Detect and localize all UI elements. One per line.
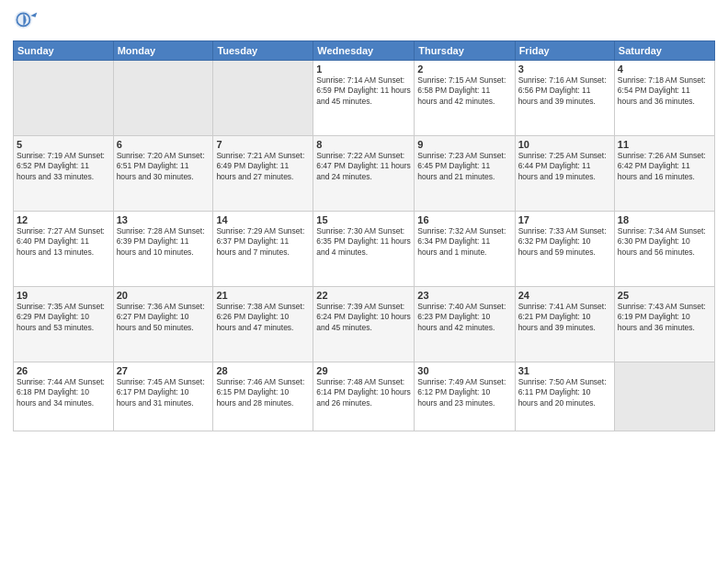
- calendar-cell: 11Sunrise: 7:26 AM Sunset: 6:42 PM Dayli…: [614, 136, 714, 212]
- day-number: 29: [316, 365, 411, 376]
- day-number: 18: [618, 214, 711, 225]
- day-number: 8: [316, 139, 411, 150]
- day-number: 15: [316, 214, 411, 225]
- calendar-container: SundayMondayTuesdayWednesdayThursdayFrid…: [0, 0, 728, 563]
- calendar-cell: 28Sunrise: 7:46 AM Sunset: 6:15 PM Dayli…: [213, 362, 313, 431]
- day-info: Sunrise: 7:32 AM Sunset: 6:34 PM Dayligh…: [417, 226, 511, 258]
- day-number: 5: [17, 139, 110, 150]
- day-info: Sunrise: 7:18 AM Sunset: 6:54 PM Dayligh…: [618, 75, 711, 107]
- col-header-friday: Friday: [515, 41, 614, 61]
- calendar-cell: 26Sunrise: 7:44 AM Sunset: 6:18 PM Dayli…: [14, 362, 114, 431]
- day-info: Sunrise: 7:34 AM Sunset: 6:30 PM Dayligh…: [618, 226, 711, 258]
- day-info: Sunrise: 7:39 AM Sunset: 6:24 PM Dayligh…: [316, 302, 411, 333]
- col-header-saturday: Saturday: [614, 41, 714, 61]
- day-info: Sunrise: 7:48 AM Sunset: 6:14 PM Dayligh…: [316, 377, 411, 408]
- calendar-cell: [14, 61, 114, 136]
- day-info: Sunrise: 7:25 AM Sunset: 6:44 PM Dayligh…: [518, 151, 611, 182]
- calendar-table: SundayMondayTuesdayWednesdayThursdayFrid…: [13, 40, 715, 431]
- calendar-cell: 22Sunrise: 7:39 AM Sunset: 6:24 PM Dayli…: [313, 287, 415, 362]
- calendar-cell: 10Sunrise: 7:25 AM Sunset: 6:44 PM Dayli…: [515, 136, 614, 212]
- calendar-cell: 23Sunrise: 7:40 AM Sunset: 6:23 PM Dayli…: [415, 287, 515, 362]
- day-info: Sunrise: 7:27 AM Sunset: 6:40 PM Dayligh…: [17, 226, 110, 258]
- calendar-cell: 20Sunrise: 7:36 AM Sunset: 6:27 PM Dayli…: [113, 287, 213, 362]
- day-info: Sunrise: 7:49 AM Sunset: 6:12 PM Dayligh…: [417, 377, 511, 408]
- calendar-cell: 13Sunrise: 7:28 AM Sunset: 6:39 PM Dayli…: [113, 212, 213, 287]
- day-number: 6: [117, 139, 210, 150]
- day-number: 14: [216, 214, 310, 225]
- day-number: 10: [518, 139, 611, 150]
- calendar-cell: 12Sunrise: 7:27 AM Sunset: 6:40 PM Dayli…: [14, 212, 114, 287]
- day-number: 4: [618, 63, 711, 75]
- day-number: 19: [17, 290, 110, 301]
- day-number: 30: [417, 365, 511, 376]
- day-number: 1: [316, 63, 411, 75]
- day-info: Sunrise: 7:33 AM Sunset: 6:32 PM Dayligh…: [518, 226, 611, 258]
- calendar-cell: 17Sunrise: 7:33 AM Sunset: 6:32 PM Dayli…: [515, 212, 614, 287]
- calendar-cell: 27Sunrise: 7:45 AM Sunset: 6:17 PM Dayli…: [113, 362, 213, 431]
- day-number: 11: [618, 139, 711, 150]
- day-number: 9: [417, 139, 511, 150]
- day-number: 21: [216, 290, 310, 301]
- day-info: Sunrise: 7:50 AM Sunset: 6:11 PM Dayligh…: [518, 377, 611, 408]
- logo-icon: [13, 9, 39, 35]
- calendar-cell: 14Sunrise: 7:29 AM Sunset: 6:37 PM Dayli…: [213, 212, 313, 287]
- calendar-cell: 1Sunrise: 7:14 AM Sunset: 6:59 PM Daylig…: [313, 61, 415, 136]
- day-info: Sunrise: 7:15 AM Sunset: 6:58 PM Dayligh…: [417, 75, 511, 107]
- day-info: Sunrise: 7:16 AM Sunset: 6:56 PM Dayligh…: [518, 75, 611, 107]
- calendar-cell: [614, 362, 714, 431]
- day-info: Sunrise: 7:38 AM Sunset: 6:26 PM Dayligh…: [216, 302, 310, 333]
- day-number: 28: [216, 365, 310, 376]
- calendar-cell: 7Sunrise: 7:21 AM Sunset: 6:49 PM Daylig…: [213, 136, 313, 212]
- day-number: 20: [117, 290, 210, 301]
- calendar-cell: 30Sunrise: 7:49 AM Sunset: 6:12 PM Dayli…: [415, 362, 515, 431]
- col-header-tuesday: Tuesday: [213, 41, 313, 61]
- calendar-cell: 15Sunrise: 7:30 AM Sunset: 6:35 PM Dayli…: [313, 212, 415, 287]
- day-number: 12: [17, 214, 110, 225]
- day-info: Sunrise: 7:29 AM Sunset: 6:37 PM Dayligh…: [216, 226, 310, 258]
- day-info: Sunrise: 7:28 AM Sunset: 6:39 PM Dayligh…: [117, 226, 210, 258]
- day-number: 13: [117, 214, 210, 225]
- day-number: 24: [518, 290, 611, 301]
- calendar-cell: 16Sunrise: 7:32 AM Sunset: 6:34 PM Dayli…: [415, 212, 515, 287]
- day-info: Sunrise: 7:22 AM Sunset: 6:47 PM Dayligh…: [316, 151, 411, 182]
- calendar-cell: 2Sunrise: 7:15 AM Sunset: 6:58 PM Daylig…: [415, 61, 515, 136]
- day-number: 22: [316, 290, 411, 301]
- day-number: 16: [417, 214, 511, 225]
- calendar-cell: 25Sunrise: 7:43 AM Sunset: 6:19 PM Dayli…: [614, 287, 714, 362]
- col-header-wednesday: Wednesday: [313, 41, 415, 61]
- day-number: 27: [117, 365, 210, 376]
- day-info: Sunrise: 7:46 AM Sunset: 6:15 PM Dayligh…: [216, 377, 310, 408]
- calendar-cell: 6Sunrise: 7:20 AM Sunset: 6:51 PM Daylig…: [113, 136, 213, 212]
- calendar-cell: 19Sunrise: 7:35 AM Sunset: 6:29 PM Dayli…: [14, 287, 114, 362]
- logo: [13, 9, 42, 35]
- calendar-cell: 3Sunrise: 7:16 AM Sunset: 6:56 PM Daylig…: [515, 61, 614, 136]
- day-info: Sunrise: 7:40 AM Sunset: 6:23 PM Dayligh…: [417, 302, 511, 333]
- day-number: 3: [518, 63, 611, 75]
- calendar-cell: 29Sunrise: 7:48 AM Sunset: 6:14 PM Dayli…: [313, 362, 415, 431]
- day-info: Sunrise: 7:26 AM Sunset: 6:42 PM Dayligh…: [618, 151, 711, 182]
- calendar-cell: [213, 61, 313, 136]
- calendar-cell: 8Sunrise: 7:22 AM Sunset: 6:47 PM Daylig…: [313, 136, 415, 212]
- day-number: 26: [17, 365, 110, 376]
- day-info: Sunrise: 7:14 AM Sunset: 6:59 PM Dayligh…: [316, 75, 411, 107]
- day-number: 23: [417, 290, 511, 301]
- col-header-thursday: Thursday: [415, 41, 515, 61]
- calendar-cell: 21Sunrise: 7:38 AM Sunset: 6:26 PM Dayli…: [213, 287, 313, 362]
- day-info: Sunrise: 7:41 AM Sunset: 6:21 PM Dayligh…: [518, 302, 611, 333]
- day-info: Sunrise: 7:43 AM Sunset: 6:19 PM Dayligh…: [618, 302, 711, 333]
- day-number: 17: [518, 214, 611, 225]
- calendar-cell: 24Sunrise: 7:41 AM Sunset: 6:21 PM Dayli…: [515, 287, 614, 362]
- day-info: Sunrise: 7:44 AM Sunset: 6:18 PM Dayligh…: [17, 377, 110, 408]
- day-info: Sunrise: 7:23 AM Sunset: 6:45 PM Dayligh…: [417, 151, 511, 182]
- day-info: Sunrise: 7:19 AM Sunset: 6:52 PM Dayligh…: [17, 151, 110, 182]
- day-number: 25: [618, 290, 711, 301]
- day-info: Sunrise: 7:35 AM Sunset: 6:29 PM Dayligh…: [17, 302, 110, 333]
- calendar-cell: 18Sunrise: 7:34 AM Sunset: 6:30 PM Dayli…: [614, 212, 714, 287]
- calendar-cell: 31Sunrise: 7:50 AM Sunset: 6:11 PM Dayli…: [515, 362, 614, 431]
- day-info: Sunrise: 7:45 AM Sunset: 6:17 PM Dayligh…: [117, 377, 210, 408]
- calendar-cell: 4Sunrise: 7:18 AM Sunset: 6:54 PM Daylig…: [614, 61, 714, 136]
- calendar-header-row: SundayMondayTuesdayWednesdayThursdayFrid…: [14, 41, 715, 61]
- day-number: 7: [216, 139, 310, 150]
- col-header-sunday: Sunday: [14, 41, 114, 61]
- calendar-cell: [113, 61, 213, 136]
